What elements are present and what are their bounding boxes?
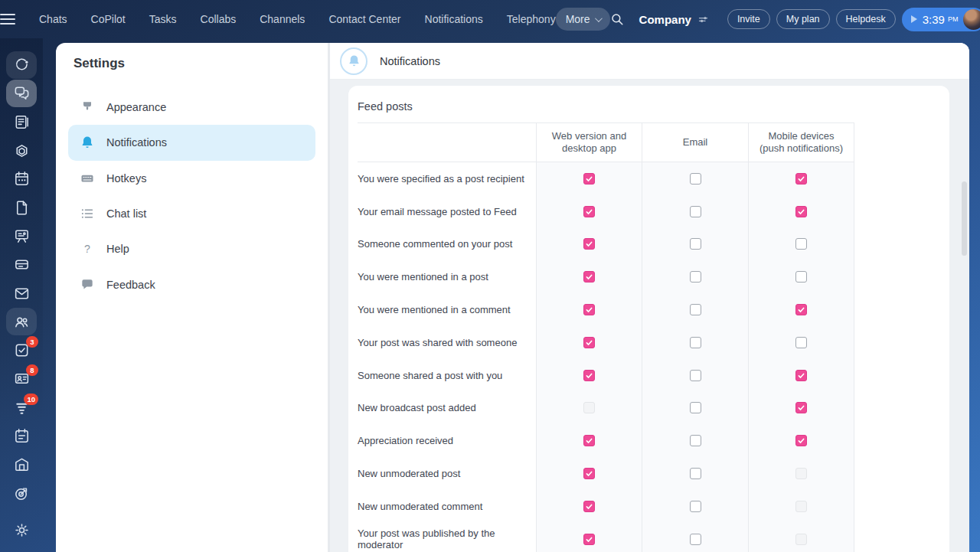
checkbox-mobile (795, 501, 807, 512)
row-label: Someone commented on your post (358, 228, 536, 261)
cell-web (536, 260, 642, 293)
marketing-icon (13, 485, 31, 502)
bell-icon (347, 54, 361, 68)
hamburger-menu-icon[interactable] (0, 0, 15, 38)
checkbox-email[interactable] (690, 534, 701, 545)
sidebar-item-calendar[interactable] (6, 165, 37, 193)
sidebar-item-settings[interactable] (6, 516, 37, 544)
checkbox-mobile[interactable] (795, 238, 807, 250)
notifications-table: Web version and desktop appEmailMobile d… (358, 122, 854, 552)
nav-item-contact-center[interactable]: Contact Center (328, 13, 400, 25)
sidebar-item-mail[interactable] (6, 279, 37, 307)
cell-web (536, 293, 642, 326)
nav-item-copilot[interactable]: CoPilot (91, 13, 126, 25)
sidebar-item-docs[interactable] (6, 193, 37, 221)
sidebar-item-copilot[interactable] (6, 51, 37, 79)
avatar[interactable] (963, 9, 980, 30)
feed-icon (13, 113, 31, 131)
settings-item-label: Appearance (106, 101, 166, 113)
company-selector[interactable]: Company (639, 13, 709, 26)
checkbox-web[interactable] (583, 173, 595, 185)
checkbox-email[interactable] (690, 501, 701, 512)
cell-email (642, 195, 748, 228)
cell-mobile (748, 293, 854, 326)
sidebar-item-boards[interactable] (6, 222, 37, 250)
checkbox-web[interactable] (583, 206, 595, 217)
checkbox-email[interactable] (690, 271, 701, 283)
row-label: You were mentioned in a post (358, 260, 536, 293)
table-body: You were specified as a post recipientYo… (358, 162, 854, 552)
settings-item-notifications[interactable]: Notifications (68, 125, 315, 160)
nav-item-chats[interactable]: Chats (39, 13, 67, 25)
checkbox-email[interactable] (690, 468, 701, 479)
sidebar-item-feed[interactable] (6, 108, 37, 136)
sidebar-item-drive[interactable] (6, 250, 37, 279)
checkbox-mobile[interactable] (795, 337, 807, 348)
checkbox-email[interactable] (690, 238, 701, 250)
helpdesk-button[interactable]: Helpdesk (836, 9, 896, 29)
settings-item-help[interactable]: ?Help (68, 231, 315, 266)
nav-item-notifications[interactable]: Notifications (425, 13, 483, 25)
sidebar-item-warehouse[interactable] (6, 450, 37, 479)
checkbox-email[interactable] (690, 435, 701, 446)
row-label: Appreciation received (358, 424, 536, 457)
nav-more-button[interactable]: More (556, 8, 610, 31)
nav-item-channels[interactable]: Channels (260, 13, 305, 25)
checkbox-mobile[interactable] (795, 206, 807, 217)
checkbox-web[interactable] (583, 337, 595, 348)
play-icon (911, 15, 917, 23)
checkbox-web[interactable] (583, 304, 595, 315)
checkbox-web[interactable] (583, 534, 595, 545)
checkbox-mobile[interactable] (795, 435, 807, 446)
checkbox-mobile[interactable] (795, 271, 807, 283)
checkbox-web[interactable] (583, 435, 595, 446)
checkbox-email[interactable] (690, 206, 701, 217)
drive-icon (13, 256, 31, 273)
checkbox-email[interactable] (690, 173, 701, 185)
settings-item-hotkeys[interactable]: Hotkeys (68, 161, 315, 196)
sidebar-item-chats[interactable] (6, 79, 37, 107)
clock-widget[interactable]: 3:39 PM (902, 8, 980, 31)
sidebar-item-marketing[interactable] (6, 479, 37, 507)
sidebar-item-planner[interactable] (6, 422, 37, 450)
sidebar-item-funnel[interactable]: 10 (6, 394, 37, 422)
checkbox-web[interactable] (583, 370, 595, 381)
row-label: You were specified as a post recipient (358, 162, 536, 195)
nav-item-tasks[interactable]: Tasks (149, 13, 177, 25)
nav-item-telephony[interactable]: Telephony (507, 13, 556, 25)
search-icon[interactable] (610, 12, 624, 26)
sidebar-item-sign[interactable] (6, 136, 37, 165)
top-right-cluster: Company Invite My plan Helpdesk 3:39 PM (610, 8, 980, 31)
column-header: Email (642, 123, 748, 162)
scrollbar-thumb[interactable] (962, 181, 967, 256)
settings-item-feedback[interactable]: Feedback (68, 266, 315, 302)
sidebar-item-crm[interactable]: 8 (6, 364, 37, 393)
sidebar-item-people[interactable] (6, 308, 37, 336)
nav-item-collabs[interactable]: Collabs (201, 13, 237, 25)
cell-mobile (748, 359, 854, 392)
cell-web (536, 457, 642, 490)
row-label: Your email message posted to Feed (358, 195, 536, 228)
checkbox-web[interactable] (583, 271, 595, 283)
checkbox-mobile[interactable] (795, 370, 807, 381)
sidebar-item-tasks[interactable]: 3 (6, 336, 37, 364)
table-row: You were mentioned in a comment (358, 293, 854, 326)
checkbox-mobile[interactable] (795, 402, 807, 413)
checkbox-web[interactable] (583, 238, 595, 250)
settings-item-chat-list[interactable]: Chat list (68, 196, 315, 231)
checkbox-email[interactable] (690, 402, 701, 413)
checkbox-email[interactable] (690, 370, 701, 381)
checkbox-web[interactable] (583, 468, 595, 479)
checkbox-mobile[interactable] (795, 304, 807, 315)
my-plan-button[interactable]: My plan (776, 9, 830, 29)
cell-email (642, 162, 748, 195)
checkbox-email[interactable] (690, 304, 701, 315)
checkbox-web[interactable] (583, 501, 595, 512)
checkbox-email[interactable] (690, 337, 701, 348)
settings-item-appearance[interactable]: Appearance (68, 90, 315, 125)
invite-button[interactable]: Invite (727, 9, 770, 29)
row-label: Your post was shared with someone (358, 326, 536, 359)
planner-icon (13, 427, 31, 445)
checkbox-mobile[interactable] (795, 173, 807, 185)
checkbox-mobile (795, 468, 807, 479)
